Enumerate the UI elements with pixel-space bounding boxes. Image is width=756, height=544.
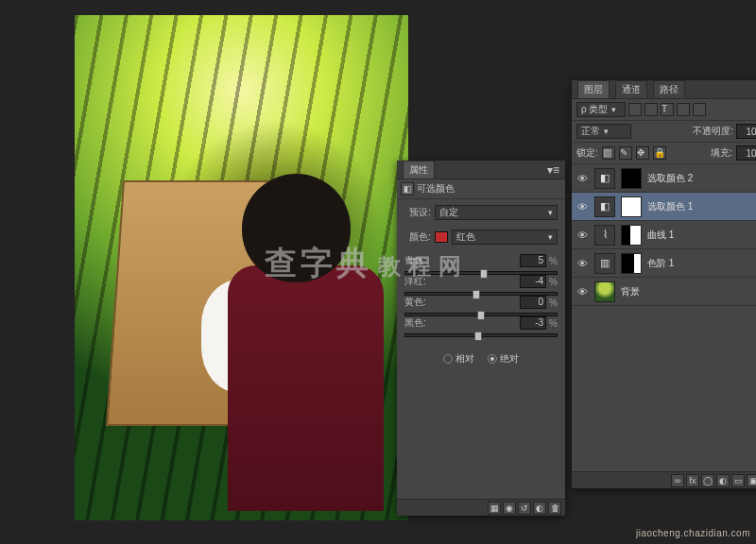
tab-channels[interactable]: 通道 [615,80,647,99]
view-previous-icon[interactable]: ◉ [503,502,516,515]
layer-mask-thumbnail[interactable] [621,225,642,246]
opacity-label: 不透明度: [693,125,733,138]
new-adjustment-icon[interactable]: ◐ [716,474,730,487]
visibility-toggle[interactable]: 👁 [576,172,589,185]
layers-panel-header[interactable]: 图层 通道 路径 ▾≡ [572,80,756,99]
layer-filter-kind[interactable]: ρ 类型 [576,102,626,117]
filter-text-icon[interactable]: T [661,103,674,116]
adjustment-layer-icon: ⌇ [594,225,615,246]
slider-track[interactable] [404,333,558,337]
properties-footer: ▦ ◉ ↺ ◐ 🗑 [397,499,565,516]
layer-row[interactable]: 👁◧选取颜色 1 [572,193,756,221]
properties-panel-header[interactable]: 属性 ▾≡ [397,161,565,179]
slider-value[interactable]: -3 [520,316,546,330]
preset-dropdown[interactable]: 自定 [435,205,558,220]
layers-footer: ∞ fx ◯ ◐ ▭ ▣ 🗑 [572,471,756,488]
properties-panel: 属性 ▾≡ ◧ 可选颜色 预设: 自定 颜色: 红色 青色:5%洋红:-4%黄色… [397,161,565,516]
slider-label: 洋红: [404,275,426,288]
slider-0: 青色:5% [404,254,558,275]
lock-transparent-icon[interactable]: ▨ [602,146,615,160]
colors-dropdown[interactable]: 红色 [452,230,558,245]
new-layer-icon[interactable]: ▣ [747,474,756,487]
fill-field[interactable]: 100% [736,145,756,161]
layer-row[interactable]: 👁◧选取颜色 2 [572,164,756,193]
tab-paths[interactable]: 路径 [653,80,685,99]
adjustment-icon: ◧ [401,182,414,196]
method-absolute[interactable]: 绝对 [488,352,519,366]
method-radio-group: 相对 绝对 [404,352,558,366]
slider-label: 黑色: [404,316,426,330]
slider-knob[interactable] [472,290,480,299]
layer-mask-thumbnail[interactable] [621,253,642,274]
head-shape [242,174,351,282]
clip-to-layer-icon[interactable]: ▦ [488,502,501,515]
dress-shape [228,265,384,511]
layer-mask-thumbnail[interactable] [621,196,642,217]
filter-pixel-icon[interactable] [628,103,642,116]
adjustment-title: 可选颜色 [417,182,455,196]
layer-name[interactable]: 背景 [621,285,640,298]
blend-mode-dropdown[interactable]: 正常 [576,124,631,139]
opacity-field[interactable]: 100% [736,124,756,139]
document-canvas[interactable] [75,15,408,520]
layer-name[interactable]: 曲线 1 [647,229,674,242]
slider-track[interactable] [404,313,558,316]
preset-label: 预设: [404,206,431,219]
tab-layers[interactable]: 图层 [577,80,610,99]
visibility-toggle[interactable]: 👁 [576,229,589,242]
link-layers-icon[interactable]: ∞ [671,474,684,487]
slider-track[interactable] [404,271,558,275]
filter-smart-icon[interactable] [693,103,706,116]
colors-label: 颜色: [404,230,431,244]
panel-menu-icon[interactable]: ▾≡ [547,163,559,177]
visibility-toggle[interactable]: 👁 [576,285,589,298]
adjustment-layer-icon: ◧ [594,196,615,217]
slider-unit: % [549,277,558,287]
layer-row[interactable]: 👁▥色阶 1 [572,249,756,278]
layer-style-icon[interactable]: fx [686,474,699,487]
slider-value[interactable]: 0 [520,296,546,309]
slider-unit: % [549,318,558,329]
lock-all-icon[interactable]: 🔒 [653,146,666,160]
layer-mask-thumbnail[interactable] [621,168,642,189]
lock-pixels-icon[interactable]: ✎ [619,146,632,160]
layer-mask-icon[interactable]: ◯ [701,474,714,487]
properties-tab[interactable]: 属性 [403,161,435,179]
visibility-toggle[interactable]: 👁 [576,200,589,213]
slider-knob[interactable] [480,269,488,279]
slider-value[interactable]: -4 [520,275,546,288]
slider-label: 黄色: [404,296,426,309]
slider-value[interactable]: 5 [520,254,546,267]
slider-2: 黄色:0% [404,296,558,316]
layer-row[interactable]: 👁⌇曲线 1 [572,221,756,249]
visibility-toggle[interactable]: 👁 [576,257,589,270]
layer-list: 👁◧选取颜色 2👁◧选取颜色 1👁⌇曲线 1👁▥色阶 1👁背景🔒 [572,164,756,306]
slider-knob[interactable] [474,332,482,341]
filter-shape-icon[interactable] [677,103,690,116]
slider-unit: % [549,298,558,308]
slider-unit: % [549,256,558,266]
layer-name[interactable]: 选取颜色 1 [647,200,693,213]
layer-name[interactable]: 色阶 1 [647,257,674,270]
reset-icon[interactable]: ↺ [518,502,531,515]
colors-swatch [435,231,448,243]
layer-row[interactable]: 👁背景🔒 [572,278,756,306]
filter-adjust-icon[interactable] [644,103,658,116]
slider-label: 青色: [404,254,426,267]
adjustment-layer-icon: ▥ [594,253,615,274]
fill-label: 填充: [711,146,732,160]
lock-label: 锁定: [576,146,598,160]
watermark-url: jiaocheng.chazidian.com [636,528,750,538]
delete-adjustment-icon[interactable]: 🗑 [548,502,561,515]
method-relative[interactable]: 相对 [443,352,474,366]
layers-panel: 图层 通道 路径 ▾≡ ρ 类型 T 正常 不透明度: 100% 锁定: ▨ ✎… [572,80,756,488]
layer-thumbnail [594,281,615,302]
slider-knob[interactable] [477,311,485,320]
lock-position-icon[interactable]: ✥ [636,146,649,160]
adjustment-layer-icon: ◧ [594,168,615,189]
layer-name[interactable]: 选取颜色 2 [647,172,693,185]
slider-track[interactable] [404,292,558,296]
new-group-icon[interactable]: ▭ [731,474,745,487]
toggle-visibility-icon[interactable]: ◐ [533,502,546,515]
